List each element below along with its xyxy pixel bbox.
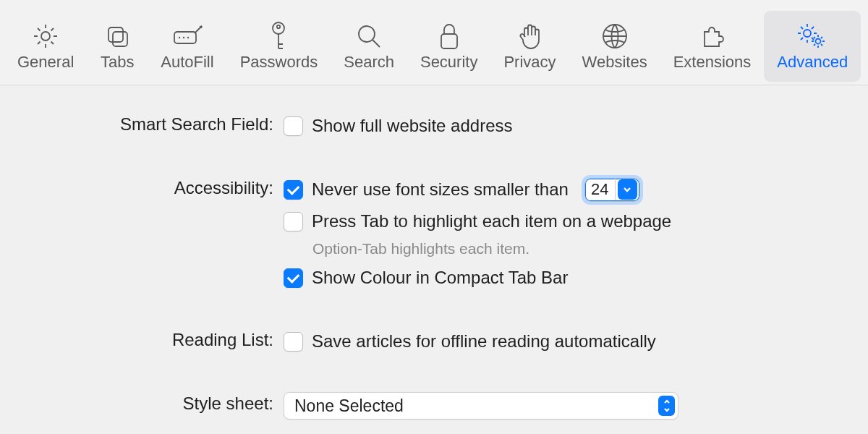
- svg-point-13: [816, 39, 821, 44]
- tab-label: General: [17, 53, 74, 72]
- windows-icon: [103, 20, 132, 53]
- gear-icon: [31, 20, 60, 53]
- option-label: Show full website address: [312, 116, 512, 136]
- svg-rect-10: [441, 34, 457, 48]
- updown-arrows-icon: [658, 396, 675, 416]
- section-title: Smart Search Field:: [0, 113, 284, 135]
- checkbox-offline-reading[interactable]: [284, 332, 303, 352]
- tab-label: Websites: [582, 53, 647, 72]
- checkbox-show-colour-compact[interactable]: [284, 268, 303, 288]
- tab-label: Search: [344, 53, 394, 72]
- hand-icon: [517, 20, 543, 53]
- checkbox-press-tab[interactable]: [284, 212, 303, 231]
- tab-label: Privacy: [503, 53, 556, 72]
- tab-extensions[interactable]: Extensions: [660, 11, 765, 82]
- dropdown-value: None Selected: [294, 396, 404, 416]
- section-title: Style sheet:: [0, 392, 284, 414]
- tab-label: Extensions: [673, 53, 752, 72]
- tab-label: Security: [420, 53, 477, 72]
- section-style-sheet: Style sheet: None Selected: [0, 392, 868, 425]
- globe-icon: [600, 20, 629, 53]
- puzzle-icon: [697, 20, 726, 53]
- min-font-size-value[interactable]: 24: [585, 179, 616, 200]
- svg-rect-1: [109, 27, 123, 42]
- tab-general[interactable]: General: [4, 11, 87, 82]
- tab-label: Advanced: [777, 53, 848, 72]
- checkbox-min-font-size[interactable]: [284, 180, 303, 200]
- min-font-size-combobox[interactable]: 24: [584, 178, 640, 202]
- chevron-down-icon[interactable]: [618, 179, 637, 200]
- tab-autofill[interactable]: AutoFill: [148, 11, 226, 82]
- checkbox-show-full-address[interactable]: [284, 116, 303, 136]
- advanced-settings-panel: Smart Search Field: Show full website ad…: [0, 85, 868, 425]
- lock-icon: [437, 20, 461, 53]
- svg-rect-3: [174, 32, 196, 43]
- section-smart-search: Smart Search Field: Show full website ad…: [0, 113, 868, 145]
- tab-label: Tabs: [101, 53, 134, 72]
- svg-point-12: [804, 30, 811, 37]
- search-icon: [354, 20, 383, 53]
- option-label: Show Colour in Compact Tab Bar: [312, 268, 568, 288]
- svg-rect-2: [113, 32, 127, 46]
- tab-search[interactable]: Search: [331, 11, 407, 82]
- section-reading-list: Reading List: Save articles for offline …: [0, 328, 868, 360]
- tab-security[interactable]: Security: [407, 11, 490, 82]
- style-sheet-dropdown[interactable]: None Selected: [284, 392, 678, 420]
- svg-point-6: [187, 37, 189, 38]
- hint-text: Option-Tab highlights each item.: [312, 240, 671, 258]
- gears-icon: [794, 20, 830, 53]
- svg-point-0: [41, 32, 50, 41]
- section-accessibility: Accessibility: Never use font sizes smal…: [0, 176, 868, 297]
- preferences-toolbar: General Tabs AutoFill Passwords Search S…: [0, 0, 868, 85]
- key-icon: [268, 20, 289, 53]
- option-label: Press Tab to highlight each item on a we…: [312, 211, 671, 231]
- svg-point-4: [179, 37, 180, 38]
- svg-point-8: [277, 25, 280, 28]
- section-title: Reading List:: [0, 328, 284, 350]
- tab-passwords[interactable]: Passwords: [227, 11, 331, 82]
- tab-label: AutoFill: [161, 53, 213, 72]
- option-label: Save articles for offline reading automa…: [312, 331, 656, 352]
- tab-websites[interactable]: Websites: [569, 11, 660, 82]
- svg-point-9: [359, 26, 375, 42]
- svg-point-5: [183, 37, 184, 38]
- tab-tabs[interactable]: Tabs: [87, 11, 148, 82]
- tab-privacy[interactable]: Privacy: [490, 11, 569, 82]
- tab-label: Passwords: [240, 53, 318, 72]
- tab-advanced[interactable]: Advanced: [764, 11, 861, 82]
- option-label: Never use font sizes smaller than: [312, 179, 569, 200]
- autofill-icon: [170, 20, 205, 53]
- section-title: Accessibility:: [0, 176, 284, 198]
